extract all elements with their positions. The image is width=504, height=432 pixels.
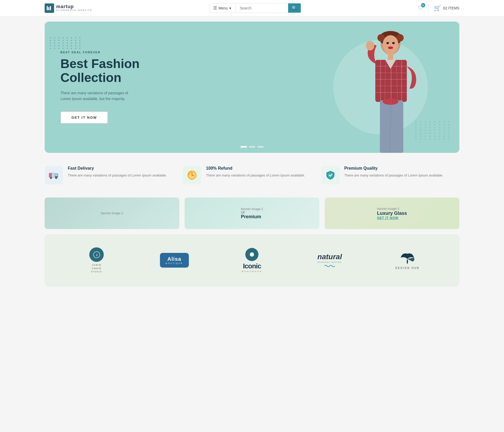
brand-alisa-text: Alisa	[166, 256, 183, 262]
brands-section: J JAMIEANNIESTUDIO Alisa BOUTIQUE Iconic…	[45, 234, 459, 287]
svg-rect-2	[50, 6, 51, 10]
slider-dot-2[interactable]	[249, 146, 255, 148]
svg-point-10	[386, 42, 389, 44]
brand-natural: natural MINERAL WATER	[293, 253, 366, 268]
feature-delivery: Fast Delivary There are many variations …	[45, 163, 183, 187]
svg-point-45	[191, 175, 193, 176]
banner-3: banner-image-3 Luxury Glass GET IT NOW	[325, 197, 459, 229]
brand-iconic-text: Iconic	[242, 262, 262, 270]
feature-quality: Premium Quality There are many variation…	[321, 163, 459, 187]
feature-refund-title: 100% Refund	[206, 166, 305, 171]
logo-text: martup ECOMMERCE WEBSITE	[56, 4, 92, 12]
svg-rect-13	[388, 54, 393, 60]
bird-icon	[399, 251, 415, 266]
brand-iconic-sub: MENSWEAR	[242, 270, 262, 273]
hero-cta-button[interactable]: GET IT NOW	[60, 111, 108, 124]
feature-refund-text: 100% Refund There are many variations of…	[206, 166, 305, 178]
banner-3-title: Luxury Glass	[377, 211, 407, 216]
svg-rect-35	[55, 174, 58, 176]
svg-rect-40	[49, 173, 52, 177]
brand-natural-sub: MINERAL WATER	[318, 261, 342, 263]
hero-title: Best Fashion Collection	[60, 57, 216, 85]
banner-2: banner-image-2 Off Premium	[185, 197, 319, 229]
logo-icon	[45, 3, 54, 13]
delivery-icon-container	[45, 166, 63, 184]
brand-alisa-sub: BOUTIQUE	[166, 262, 183, 264]
truck-icon	[49, 171, 59, 179]
svg-point-11	[392, 42, 395, 44]
svg-point-39	[56, 177, 57, 178]
header-right: ♡ 01 🛒 02 ITEMS	[418, 4, 459, 12]
banner-2-label: Off	[241, 211, 263, 214]
search-icon: 🔍	[292, 6, 297, 10]
search-button[interactable]: 🔍	[288, 3, 301, 13]
cart-label: 02 ITEMS	[443, 6, 459, 10]
hero-description: There are many variations of passages of…	[60, 90, 134, 102]
brand-circle-icon: J	[93, 251, 101, 259]
svg-point-9	[383, 35, 398, 54]
svg-point-28	[383, 98, 398, 105]
hero-title-line2: Collection	[60, 71, 121, 85]
brand-jamie-text: JAMIEANNIESTUDIO	[89, 263, 104, 273]
hero-label: BEST DEAL FOREVER	[60, 51, 216, 54]
banner-3-content: banner-image-3 Luxury Glass GET IT NOW	[372, 202, 412, 225]
feature-delivery-title: Fast Delivary	[68, 166, 167, 171]
feature-quality-desc: There are many variations of passages of…	[344, 173, 443, 178]
brand-jamie-annie: J JAMIEANNIESTUDIO	[60, 247, 133, 273]
svg-rect-27	[380, 100, 403, 153]
svg-text:J: J	[96, 254, 97, 257]
banner-3-cta[interactable]: GET IT NOW	[377, 216, 407, 220]
feature-delivery-desc: There are many variations of passages of…	[68, 173, 167, 178]
wishlist-button[interactable]: ♡ 01	[418, 5, 423, 12]
slider-dot-1[interactable]	[241, 146, 247, 148]
menu-label: Menu	[219, 6, 228, 10]
slider-dot-3[interactable]	[257, 146, 264, 148]
menu-button[interactable]: ☰ Menu ▾	[209, 3, 236, 13]
banner-1-content: banner-image-1	[96, 206, 128, 220]
banner-1: banner-image-1	[45, 197, 179, 229]
chevron-down-icon: ▾	[229, 6, 231, 10]
water-wave-icon	[324, 264, 335, 268]
svg-rect-0	[47, 6, 48, 10]
banner-1-placeholder: banner-image-1	[101, 211, 123, 215]
feature-refund: 100% Refund There are many variations of…	[183, 163, 321, 187]
header-divider	[428, 4, 429, 12]
wishlist-badge: 01	[421, 3, 425, 7]
cart-icon: 🛒	[434, 5, 441, 12]
feature-quality-text: Premium Quality There are many variation…	[344, 166, 443, 178]
hero-section: BEST DEAL FOREVER Best Fashion Collectio…	[45, 22, 459, 153]
svg-point-37	[50, 177, 51, 178]
search-input[interactable]	[236, 4, 288, 12]
banner-2-title: Premium	[241, 214, 263, 220]
hero-content: BEST DEAL FOREVER Best Fashion Collectio…	[45, 35, 231, 139]
hero-title-line1: Best Fashion	[60, 57, 139, 71]
dots-decoration-bottom	[415, 121, 451, 140]
svg-rect-1	[48, 7, 49, 10]
brand-iconic: Iconic MENSWEAR	[216, 248, 288, 273]
slider-dots	[241, 146, 264, 148]
banner-3-placeholder: banner-image-3	[377, 207, 407, 211]
refund-icon	[187, 170, 197, 180]
brand-natural-text: natural	[318, 253, 342, 261]
brand-design-hub: DESIGN HUB	[371, 251, 444, 269]
logo: martup ECOMMERCE WEBSITE	[45, 3, 92, 13]
refund-icon-container	[183, 166, 201, 184]
svg-point-26	[366, 41, 374, 50]
feature-delivery-text: Fast Delivary There are many variations …	[68, 166, 167, 178]
nav-search-bar: ☰ Menu ▾ 🔍	[209, 3, 301, 13]
brand-alisa: Alisa BOUTIQUE	[138, 253, 211, 268]
quality-icon-container	[321, 166, 340, 184]
banner-2-placeholder: banner-image-2	[241, 207, 263, 211]
svg-point-12	[388, 46, 393, 49]
feature-refund-desc: There are many variations of passages of…	[206, 173, 305, 178]
shield-icon	[325, 170, 335, 180]
banner-2-content: banner-image-2 Off Premium	[236, 202, 268, 225]
header: martup ECOMMERCE WEBSITE ☰ Menu ▾ 🔍 ♡ 01…	[0, 0, 504, 16]
logo-subtitle: ECOMMERCE WEBSITE	[56, 9, 92, 12]
banners-section: banner-image-1 banner-image-2 Off Premiu…	[45, 197, 459, 229]
cart-button[interactable]: 🛒 02 ITEMS	[434, 5, 459, 12]
hamburger-icon: ☰	[213, 6, 217, 11]
brand-design-hub-text: DESIGN HUB	[395, 267, 419, 269]
features-section: Fast Delivary There are many variations …	[45, 163, 459, 187]
logo-name: martup	[56, 4, 92, 9]
